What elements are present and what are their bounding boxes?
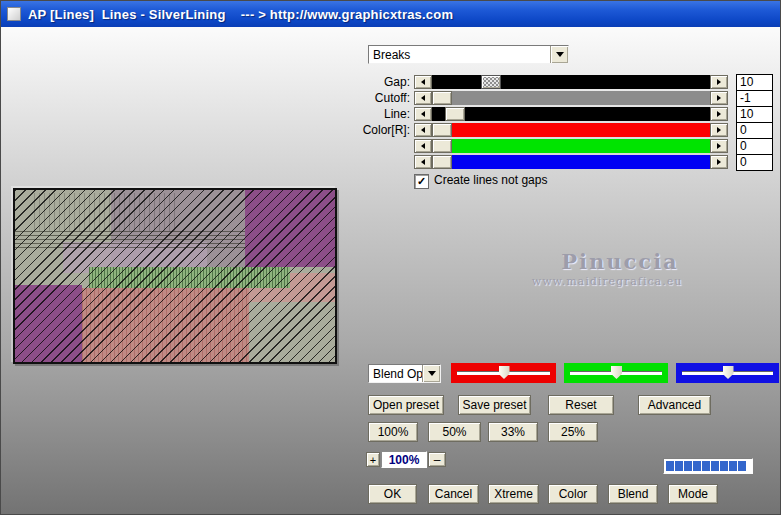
blend-options-dropdown[interactable]: Blend Opti [368, 364, 441, 383]
slider-left-arrow-button[interactable] [414, 123, 432, 137]
xtreme-button[interactable]: Xtreme [488, 484, 539, 504]
zoom-out-button[interactable]: – [428, 452, 446, 467]
zoom-25-button[interactable]: 25% [548, 422, 598, 442]
zoom-100-button[interactable]: 100% [368, 422, 418, 442]
preset-dropdown-value: Breaks [369, 46, 550, 63]
arrow-right-icon [717, 95, 721, 101]
slider-row-gap: Gap: 10 [353, 75, 773, 89]
slider-thumb[interactable] [432, 91, 452, 105]
mode-button[interactable]: Mode [668, 484, 718, 504]
ok-button[interactable]: OK [368, 484, 417, 504]
chevron-down-icon [428, 371, 436, 376]
slider-track[interactable] [432, 139, 710, 153]
slider-right-arrow-button[interactable] [710, 139, 728, 153]
slider-track[interactable] [432, 75, 710, 89]
zoom-50-button[interactable]: 50% [428, 422, 481, 442]
arrow-left-icon [421, 79, 425, 85]
slider-thumb[interactable] [432, 123, 452, 137]
slider-right-arrow-button[interactable] [710, 75, 728, 89]
blue-channel-slider[interactable] [676, 363, 779, 383]
slider-thumb[interactable] [481, 75, 501, 89]
arrow-left-icon [421, 111, 425, 117]
blend-options-value: Blend Opti [369, 365, 422, 382]
channel-slider-thumb[interactable] [499, 366, 510, 379]
check-icon: ✓ [417, 175, 426, 187]
progress-segment [693, 461, 701, 471]
progress-segment [702, 461, 710, 471]
slider-right-arrow-button[interactable] [710, 91, 728, 105]
plugin-window: AP [Lines] Lines - SilverLining --- > ht… [0, 0, 781, 515]
arrow-right-icon [717, 159, 721, 165]
slider-value[interactable]: 10 [736, 74, 773, 91]
chevron-down-icon [556, 52, 564, 57]
slider-value[interactable]: 0 [736, 122, 773, 139]
advanced-button[interactable]: Advanced [638, 395, 711, 415]
window-title: AP [Lines] Lines - SilverLining --- > ht… [28, 7, 453, 22]
slider-left-arrow-button[interactable] [414, 91, 432, 105]
channel-slider-thumb[interactable] [723, 366, 734, 379]
slider-left-arrow-button[interactable] [414, 75, 432, 89]
arrow-right-icon [717, 127, 721, 133]
color-button[interactable]: Color [548, 484, 598, 504]
slider-track[interactable] [432, 107, 710, 121]
green-channel-slider[interactable] [564, 363, 668, 383]
slider-left-arrow-button[interactable] [414, 107, 432, 121]
arrow-right-icon [717, 111, 721, 117]
arrow-right-icon [717, 143, 721, 149]
slider-label: Cutoff: [353, 91, 410, 105]
cancel-button[interactable]: Cancel [428, 484, 479, 504]
progress-segment [666, 461, 674, 471]
channel-slider-thumb[interactable] [611, 366, 622, 379]
slider-label [353, 139, 410, 153]
slider-value[interactable]: 10 [736, 106, 773, 123]
slider-track[interactable] [432, 91, 710, 105]
reset-button[interactable]: Reset [548, 395, 614, 415]
arrow-left-icon [421, 143, 425, 149]
preset-dropdown-button[interactable] [550, 46, 568, 63]
progress-segment [675, 461, 683, 471]
slider-track[interactable] [432, 123, 710, 137]
slider-thumb[interactable] [445, 107, 465, 121]
slider-row-cutoff: Cutoff: -1 [353, 91, 773, 105]
slider-value[interactable]: 0 [736, 154, 773, 171]
arrow-left-icon [421, 159, 425, 165]
slider-label: Gap: [353, 75, 410, 89]
preset-dropdown[interactable]: Breaks [368, 45, 569, 64]
zoom-in-button[interactable]: + [366, 452, 380, 467]
slider-left-arrow-button[interactable] [414, 139, 432, 153]
create-lines-checkbox-label: Create lines not gaps [434, 173, 547, 187]
slider-right-arrow-button[interactable] [710, 155, 728, 169]
watermark: Pinuccia www.maidiregrafica.eu [506, 249, 716, 288]
slider-row-color-b: 0 [353, 155, 773, 169]
slider-row-line: Line: 10 [353, 107, 773, 121]
dialog-background: Breaks Gap: 10 Cutoff: -1 Line: 10 [1, 27, 780, 514]
slider-value[interactable]: 0 [736, 138, 773, 155]
blend-options-dropdown-button[interactable] [422, 365, 440, 382]
app-icon [7, 7, 21, 21]
title-bar[interactable]: AP [Lines] Lines - SilverLining --- > ht… [1, 1, 780, 27]
progress-segment [711, 461, 719, 471]
zoom-33-button[interactable]: 33% [488, 422, 538, 442]
hatch-overlay [15, 190, 335, 362]
slider-thumb[interactable] [432, 155, 452, 169]
slider-value[interactable]: -1 [736, 90, 773, 107]
slider-track[interactable] [432, 155, 710, 169]
slider-thumb[interactable] [432, 139, 452, 153]
progress-bar [663, 458, 753, 474]
progress-segment [684, 461, 692, 471]
preview-image[interactable] [13, 188, 337, 364]
blend-button[interactable]: Blend [608, 484, 658, 504]
zoom-level-display: 100% [381, 451, 427, 468]
progress-segment [729, 461, 737, 471]
save-preset-button[interactable]: Save preset [458, 395, 531, 415]
progress-segment [720, 461, 728, 471]
slider-right-arrow-button[interactable] [710, 107, 728, 121]
slider-row-color-r: Color[R]: 0 [353, 123, 773, 137]
arrow-left-icon [421, 95, 425, 101]
slider-right-arrow-button[interactable] [710, 123, 728, 137]
open-preset-button[interactable]: Open preset [368, 395, 444, 415]
slider-left-arrow-button[interactable] [414, 155, 432, 169]
watermark-url: www.maidiregrafica.eu [498, 275, 716, 288]
red-channel-slider[interactable] [451, 363, 556, 383]
create-lines-checkbox[interactable]: ✓ [414, 174, 429, 189]
